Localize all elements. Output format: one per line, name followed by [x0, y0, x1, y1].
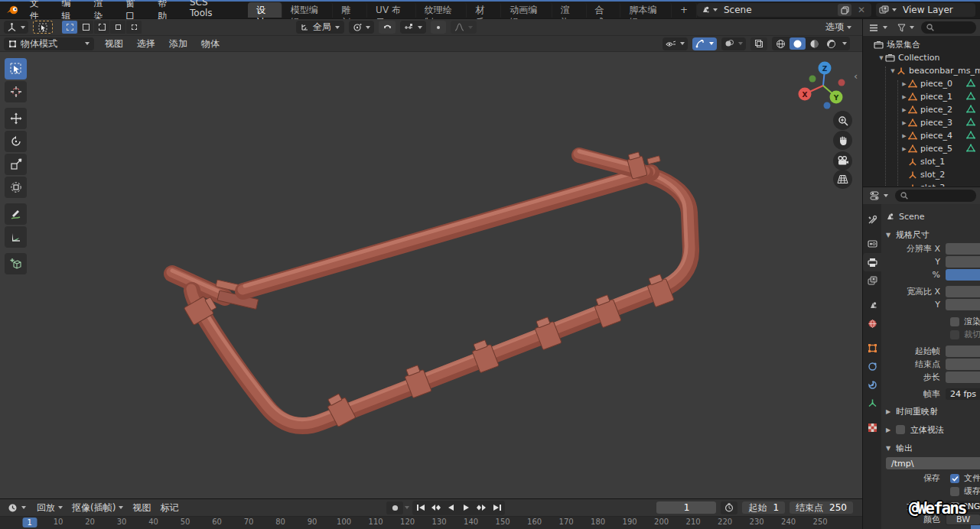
new-scene-button[interactable] [838, 4, 851, 16]
expander-icon[interactable]: ▼ [877, 55, 885, 61]
proportional-falloff-dropdown[interactable] [451, 21, 477, 34]
tool-scale[interactable] [5, 154, 27, 175]
timeline-ruler[interactable]: 1 10203040506070809010011012013014015016… [0, 517, 862, 529]
mesh-data-icon[interactable] [966, 118, 975, 126]
timeline-menu-0[interactable]: 回放 [32, 501, 67, 514]
properties-editor-type[interactable] [867, 190, 891, 203]
mesh-data-icon[interactable] [966, 144, 975, 152]
shading-solid-button[interactable] [790, 37, 806, 50]
camera-view-button[interactable] [833, 151, 852, 170]
workspace-tab-5[interactable]: 材质 [467, 2, 501, 18]
breadcrumb-scene[interactable]: Scene [899, 212, 925, 222]
expander-icon[interactable]: ▶ [900, 120, 908, 126]
expander-icon[interactable]: ▼ [889, 68, 897, 74]
select-mode-set[interactable] [62, 21, 77, 34]
workspace-tab-10[interactable]: + [672, 2, 697, 18]
tab-texture[interactable] [863, 418, 881, 437]
show-object-types-dropdown[interactable] [663, 37, 688, 50]
resolution-y-field[interactable]: 1080 [946, 256, 980, 268]
cache-result-checkbox[interactable] [950, 487, 959, 496]
file-extension-checkbox[interactable] [950, 474, 959, 483]
section-time-remap[interactable]: ▶时间重映射 [884, 404, 980, 419]
frame-start-field[interactable] [946, 346, 980, 357]
workspace-tab-2[interactable]: 雕刻 [333, 2, 367, 18]
workspace-tab-3[interactable]: UV 布局 [367, 2, 416, 18]
shading-material-button[interactable] [806, 37, 822, 50]
auto-keying-button[interactable] [386, 501, 403, 514]
mesh-data-icon[interactable] [966, 79, 975, 87]
tab-output[interactable] [863, 253, 881, 271]
active-tool-button[interactable] [33, 21, 53, 34]
sidebar-collapse-arrow[interactable]: ‹ [854, 70, 858, 82]
gizmo-neg-x-dot[interactable] [838, 80, 845, 86]
expander-icon[interactable]: ▶ [900, 94, 908, 100]
outliner-row-slot_2[interactable]: slot_2 [863, 168, 980, 181]
expander-icon[interactable]: ▶ [900, 107, 908, 113]
select-mode-intersect[interactable] [126, 21, 142, 34]
properties-search[interactable] [895, 190, 976, 202]
outliner-row-piece_5[interactable]: ▶piece_5 [863, 142, 980, 155]
pivot-point-dropdown[interactable] [349, 21, 374, 34]
workspace-tab-4[interactable]: 纹理绘制 [416, 2, 467, 18]
transform-orientation-dropdown[interactable]: 全局 [296, 21, 344, 34]
mode-dropdown[interactable]: 物体模式 [4, 37, 94, 50]
blender-logo-icon[interactable] [3, 3, 22, 17]
tool-measure[interactable] [5, 226, 27, 248]
snap-toggle[interactable] [379, 21, 396, 34]
outliner-display-mode[interactable] [867, 21, 890, 34]
tab-view-layer[interactable] [863, 271, 881, 290]
section-stereoscopy[interactable]: ▶立体视法 [884, 422, 980, 437]
output-path-field[interactable]: /tmp\ [886, 457, 980, 469]
fps-dropdown[interactable]: 24 fps [946, 388, 980, 400]
workspace-tab-1[interactable]: 模型编辑 [282, 2, 334, 18]
render-region-checkbox[interactable] [950, 317, 959, 326]
resolution-pct-slider[interactable] [946, 269, 980, 281]
viewport-menu-3[interactable]: 物体 [197, 37, 224, 50]
current-frame-field[interactable]: 1 [656, 501, 716, 514]
overlays-toggle[interactable] [721, 37, 746, 50]
outliner-row-piece_0[interactable]: ▶piece_0 [863, 77, 980, 90]
outliner-filter[interactable] [894, 21, 917, 34]
xray-toggle[interactable] [750, 37, 767, 50]
tool-rotate[interactable] [5, 131, 27, 152]
outliner-row-slot_3[interactable]: slot_3 [863, 181, 980, 187]
shading-wireframe-button[interactable] [773, 37, 789, 50]
crop-region-checkbox[interactable] [950, 330, 959, 339]
mesh-data-icon[interactable] [966, 92, 975, 100]
section-output[interactable]: ▼输出 [884, 440, 980, 456]
expander-icon[interactable]: ▶ [900, 146, 908, 152]
expander-icon[interactable]: ▶ [900, 81, 908, 87]
play-reverse-button[interactable] [444, 501, 458, 514]
resolution-x-field[interactable]: 1920 [946, 243, 980, 255]
outliner-row-piece_1[interactable]: ▶piece_1 [863, 90, 980, 103]
tab-scene[interactable] [863, 296, 881, 314]
zoom-view-button[interactable] [833, 111, 852, 130]
outliner-row-piece_3[interactable]: ▶piece_3 [863, 116, 980, 129]
next-keyframe-button[interactable] [474, 501, 489, 514]
outliner-search[interactable] [921, 21, 976, 34]
playhead[interactable]: 1 [22, 518, 37, 527]
outliner-row-slot_1[interactable]: slot_1 [863, 155, 980, 168]
tab-object[interactable] [863, 339, 881, 357]
frame-start-range[interactable]: 起始1 [742, 501, 785, 514]
aspect-x-field[interactable] [946, 286, 980, 297]
viewport-menu-2[interactable]: 添加 [164, 37, 192, 50]
select-mode-subtract[interactable] [94, 21, 109, 34]
frame-step-field[interactable] [946, 372, 980, 383]
outliner-row-piece_4[interactable]: ▶piece_4 [863, 129, 980, 142]
tab-world[interactable] [863, 314, 881, 333]
tool-select-box[interactable] [5, 58, 27, 80]
jump-to-end-button[interactable] [490, 501, 504, 514]
section-format[interactable]: ▼规格尺寸 [884, 227, 980, 242]
select-mode-invert[interactable] [110, 21, 125, 34]
workspace-tab-0[interactable]: 设计 [248, 2, 282, 18]
editor-type-selector[interactable] [4, 21, 28, 34]
tool-cursor[interactable] [5, 81, 27, 102]
view-layer-name[interactable]: View Layer [900, 5, 972, 15]
tab-physics[interactable] [863, 375, 881, 394]
workspace-tab-6[interactable]: 动画编辑 [501, 2, 552, 18]
pan-view-button[interactable] [833, 131, 852, 150]
timeline-menu-1[interactable]: 抠像(插帧) [67, 501, 128, 514]
timeline-menu-3[interactable]: 标记 [155, 501, 183, 514]
viewport-menu-1[interactable]: 选择 [132, 37, 160, 50]
